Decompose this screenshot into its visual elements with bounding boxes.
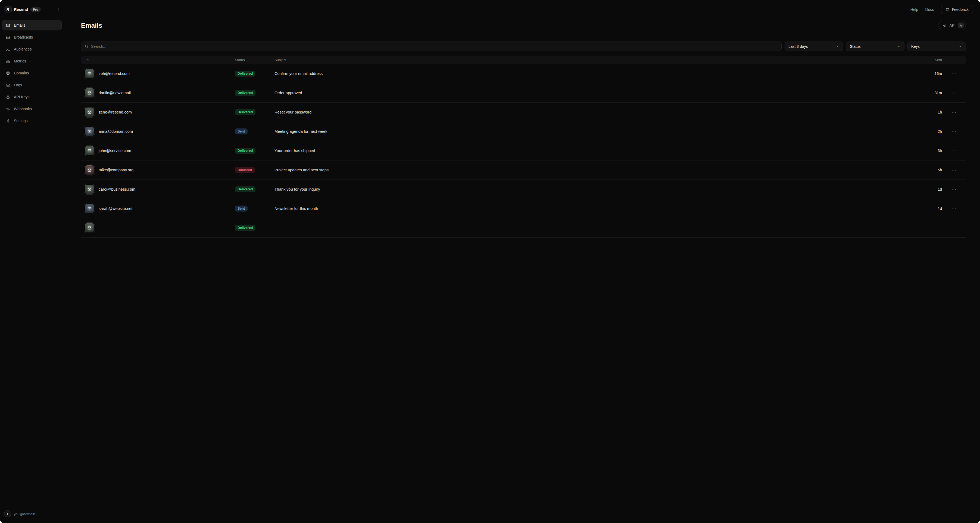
chevron-down-icon [836,44,839,48]
content: Emails API A Last 3 days [81,0,966,523]
mail-icon [85,146,94,155]
mail-icon [5,23,10,28]
row-menu-button[interactable]: ⋯ [942,167,966,173]
sidebar-nav: Emails Broadcasts Audiences Metrics Doma… [2,20,62,128]
api-label: API [949,23,956,28]
sidebar-item-logs[interactable]: Logs [2,80,62,90]
sent-time: 16m [915,71,942,76]
search-input[interactable] [91,44,778,49]
search-icon [84,44,89,48]
status-value: Status [850,44,861,49]
api-shortcut-hint: A [958,22,964,28]
col-subject: Subject [275,58,915,62]
table-row[interactable]: danilo@new.email Delivered Order approve… [81,83,966,103]
page-title: Emails [81,22,102,29]
sidebar-item-label: Logs [14,83,22,87]
sidebar-item-label: Webhooks [14,107,32,111]
bar-chart-icon [5,59,10,63]
recipient-email: zeh@resend.com [99,71,130,76]
code-icon [942,23,947,28]
user-menu-button[interactable]: ⋯ [55,511,59,517]
sidebar-item-audiences[interactable]: Audiences [2,44,62,54]
workspace-switcher[interactable]: R Resend Pro [2,4,62,15]
table-header: To Status Subject Sent [81,55,966,64]
sidebar-item-domains[interactable]: Domains [2,68,62,78]
col-sent: Sent [915,58,942,62]
date-range-value: Last 3 days [788,44,808,49]
search-box [81,41,782,51]
status-dropdown[interactable]: Status [846,41,904,51]
status-badge: Delivered [235,225,256,231]
table-row[interactable]: sarah@website.net Sent Newsletter for th… [81,199,966,218]
arrows-up-down-icon [5,107,10,111]
status-badge: Bounced [235,167,255,173]
row-menu-button[interactable]: ⋯ [942,148,966,154]
row-menu-button[interactable]: ⋯ [942,109,966,115]
keys-dropdown[interactable]: Keys [907,41,966,51]
sliders-icon [5,119,10,123]
mail-icon [85,88,94,97]
row-menu-button[interactable]: ⋯ [942,129,966,135]
sent-time: 1h [915,110,942,114]
sidebar-item-metrics[interactable]: Metrics [2,56,62,66]
sent-time: 1d [915,206,942,211]
sidebar-item-settings[interactable]: Settings [2,116,62,126]
email-subject: Order approved [275,91,915,95]
sidebar-item-api-keys[interactable]: API Keys [2,92,62,102]
filters-row: Last 3 days Status Keys [81,41,966,51]
globe-icon [5,71,10,76]
table-row[interactable]: zeh@resend.com Delivered Confirm your em… [81,64,966,83]
api-button[interactable]: API A [938,21,966,30]
status-badge: Delivered [235,71,256,76]
status-badge: Delivered [235,90,256,96]
row-menu-button[interactable]: ⋯ [942,187,966,192]
sidebar-item-label: Metrics [14,59,26,63]
status-badge: Delivered [235,148,256,154]
status-badge: Sent [235,128,248,135]
sidebar-item-label: Audiences [14,47,32,51]
table-row[interactable]: mike@company.org Bounced Project updates… [81,160,966,180]
table-row[interactable]: zeno@resend.com Delivered Reset your pas… [81,103,966,122]
keys-value: Keys [911,44,920,49]
rows-icon [5,83,10,87]
plan-badge: Pro [30,7,40,12]
sent-time: 2h [915,129,942,134]
chevrons-up-down-icon [56,8,60,11]
row-menu-button[interactable]: ⋯ [942,71,966,76]
sidebar-item-label: Domains [14,71,29,75]
sidebar: R Resend Pro Emails Broadcasts Audiences… [0,0,64,523]
sent-time: 1d [915,187,942,192]
lock-icon [5,95,10,99]
user-account-button[interactable]: Y you@domain.... ⋯ [2,508,62,519]
recipient-email: mike@company.org [99,168,134,172]
mail-icon [85,185,94,194]
emails-table: To Status Subject Sent zeh@resend.com De… [81,55,966,238]
row-menu-button[interactable]: ⋯ [942,206,966,212]
sidebar-item-label: Emails [14,23,25,27]
chevron-down-icon [959,44,962,48]
resend-logo-icon: R [4,6,11,13]
table-body: zeh@resend.com Delivered Confirm your em… [81,64,966,238]
recipient-email: carol@business.com [99,187,135,192]
sidebar-item-broadcasts[interactable]: Broadcasts [2,32,62,42]
table-row[interactable]: carol@business.com Delivered Thank you f… [81,180,966,199]
row-menu-button[interactable]: ⋯ [942,90,966,96]
mail-icon [85,165,94,174]
mail-icon [85,223,94,233]
email-subject: Reset your password [275,110,915,114]
email-subject: Project updates and next steps [275,168,915,172]
chevron-down-icon [897,44,900,48]
sent-time: 31m [915,91,942,95]
workspace-name: Resend [14,7,28,12]
email-subject: Meeting agenda for next week [275,129,915,134]
recipient-email: zeno@resend.com [99,110,132,114]
col-to: To [85,58,235,62]
col-status: Status [235,58,275,62]
table-row[interactable]: anna@domain.com Sent Meeting agenda for … [81,122,966,141]
sidebar-item-emails[interactable]: Emails [2,20,62,30]
sidebar-item-webhooks[interactable]: Webhooks [2,104,62,114]
table-row[interactable]: john@service.com Delivered Your order ha… [81,141,966,160]
date-range-dropdown[interactable]: Last 3 days [784,41,843,51]
table-row[interactable]: Delivered [81,218,966,238]
mail-icon [85,108,94,117]
